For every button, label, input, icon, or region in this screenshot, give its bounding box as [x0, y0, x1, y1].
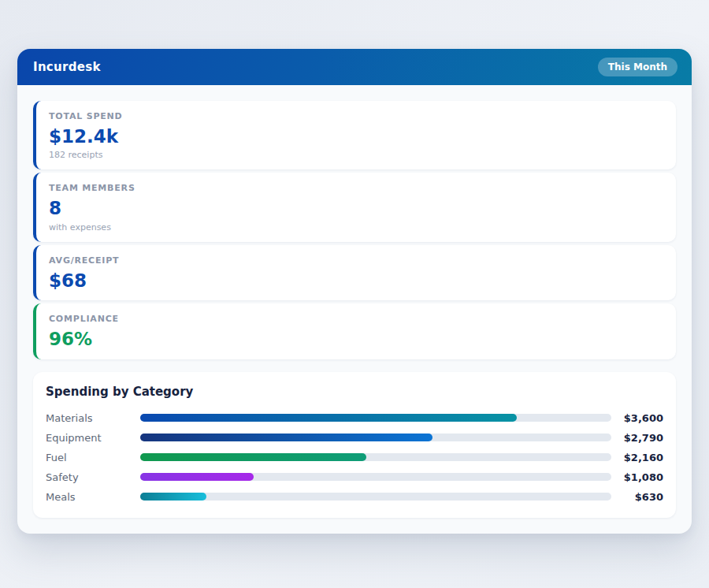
chart-row: Equipment$2,790 [46, 428, 663, 448]
stat-label: COMPLIANCE [49, 314, 663, 324]
chart-row: Meals$630 [46, 487, 663, 507]
chart-rows: Materials$3,600Equipment$2,790Fuel$2,160… [46, 408, 663, 507]
app-panel: Incurdesk This Month TOTAL SPEND$12.4k18… [17, 49, 692, 534]
bar-value-label: $630 [611, 491, 663, 503]
category-label: Safety [46, 471, 140, 483]
bar-track [140, 414, 611, 422]
bar-track [140, 493, 611, 501]
bar-value-label: $3,600 [611, 412, 663, 424]
app-title: Incurdesk [33, 60, 101, 74]
chart-title: Spending by Category [46, 385, 663, 399]
category-label: Equipment [46, 432, 140, 444]
stat-value: 8 [49, 198, 663, 218]
bar-fill [140, 434, 432, 441]
bar-track [140, 473, 611, 481]
stat-sub: with expenses [49, 222, 663, 233]
chart-card: Spending by Category Materials$3,600Equi… [33, 372, 676, 518]
bar-fill [140, 493, 206, 501]
bar-fill [140, 473, 254, 481]
bar-value-label: $2,790 [611, 432, 663, 444]
stat-value: $12.4k [49, 126, 663, 147]
bar-value-label: $2,160 [611, 452, 663, 463]
stat-sub: 182 receipts [49, 150, 663, 160]
app-header: Incurdesk This Month [17, 49, 692, 85]
chart-row: Safety$1,080 [46, 467, 663, 487]
period-badge[interactable]: This Month [598, 58, 677, 76]
chart-row: Materials$3,600 [46, 408, 663, 428]
bar-fill [140, 453, 366, 461]
category-label: Fuel [46, 452, 140, 463]
stat-value: 96% [49, 329, 663, 349]
dashboard-content: TOTAL SPEND$12.4k182 receiptsTEAM MEMBER… [17, 85, 692, 534]
category-label: Meals [46, 491, 140, 503]
stats-list: TOTAL SPEND$12.4k182 receiptsTEAM MEMBER… [33, 101, 676, 359]
stat-card: TEAM MEMBERS8with expenses [33, 173, 676, 241]
stat-card: TOTAL SPEND$12.4k182 receipts [33, 101, 676, 169]
category-label: Materials [46, 412, 140, 424]
stat-label: TEAM MEMBERS [49, 183, 663, 193]
stat-label: AVG/RECEIPT [49, 255, 663, 266]
stat-card: AVG/RECEIPT$68 [33, 245, 676, 300]
chart-row: Fuel$2,160 [46, 448, 663, 467]
bar-track [140, 434, 611, 441]
bar-track [140, 453, 611, 461]
bar-value-label: $1,080 [611, 471, 663, 483]
stat-card: COMPLIANCE96% [33, 303, 676, 359]
stat-label: TOTAL SPEND [49, 111, 663, 121]
stat-value: $68 [49, 270, 663, 291]
bar-fill [140, 414, 517, 422]
